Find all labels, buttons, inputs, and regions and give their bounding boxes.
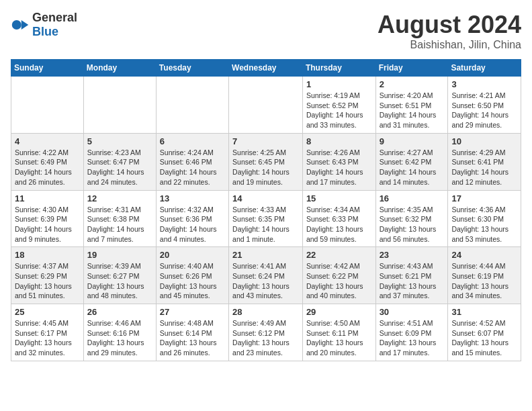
- day-of-week-header: Wednesday: [229, 60, 303, 77]
- calendar-header-row: SundayMondayTuesdayWednesdayThursdayFrid…: [11, 60, 521, 77]
- calendar-week-row: 1Sunrise: 4:19 AMSunset: 6:52 PMDaylight…: [11, 77, 521, 134]
- day-number: 18: [15, 250, 80, 260]
- day-number: 15: [306, 193, 372, 203]
- day-number: 21: [232, 250, 299, 260]
- day-info: Sunrise: 4:29 AMSunset: 6:41 PMDaylight:…: [451, 148, 517, 187]
- day-number: 17: [451, 193, 517, 203]
- day-number: 13: [160, 193, 225, 203]
- day-number: 27: [160, 307, 225, 317]
- calendar-day-cell: 2Sunrise: 4:20 AMSunset: 6:51 PMDaylight…: [375, 77, 448, 134]
- calendar-day-cell: 26Sunrise: 4:46 AMSunset: 6:16 PMDayligh…: [83, 304, 156, 361]
- day-info: Sunrise: 4:50 AMSunset: 6:11 PMDaylight:…: [306, 318, 372, 358]
- day-number: 20: [160, 250, 225, 260]
- day-info: Sunrise: 4:34 AMSunset: 6:33 PMDaylight:…: [306, 205, 372, 244]
- day-info: Sunrise: 4:21 AMSunset: 6:50 PMDaylight:…: [451, 91, 517, 130]
- day-number: 8: [306, 136, 372, 146]
- logo-general-text: General: [32, 11, 77, 24]
- day-info: Sunrise: 4:35 AMSunset: 6:32 PMDaylight:…: [380, 205, 445, 244]
- svg-marker-1: [21, 20, 29, 30]
- svg-point-0: [12, 20, 21, 30]
- calendar-day-cell: 6Sunrise: 4:24 AMSunset: 6:46 PMDaylight…: [156, 133, 228, 190]
- calendar-day-cell: 17Sunrise: 4:36 AMSunset: 6:30 PMDayligh…: [448, 190, 521, 247]
- day-info: Sunrise: 4:42 AMSunset: 6:22 PMDaylight:…: [306, 261, 372, 301]
- calendar-day-cell: 15Sunrise: 4:34 AMSunset: 6:33 PMDayligh…: [302, 190, 375, 247]
- calendar-day-cell: 10Sunrise: 4:29 AMSunset: 6:41 PMDayligh…: [448, 133, 521, 190]
- calendar-day-cell: 18Sunrise: 4:37 AMSunset: 6:29 PMDayligh…: [11, 247, 84, 304]
- day-number: 19: [87, 250, 152, 260]
- day-info: Sunrise: 4:39 AMSunset: 6:27 PMDaylight:…: [87, 261, 152, 301]
- day-info: Sunrise: 4:20 AMSunset: 6:51 PMDaylight:…: [380, 91, 445, 130]
- calendar-week-row: 25Sunrise: 4:45 AMSunset: 6:17 PMDayligh…: [11, 304, 521, 361]
- day-number: 7: [232, 136, 299, 146]
- calendar-week-row: 18Sunrise: 4:37 AMSunset: 6:29 PMDayligh…: [11, 247, 521, 304]
- day-info: Sunrise: 4:33 AMSunset: 6:35 PMDaylight:…: [232, 205, 299, 244]
- calendar-day-cell: 23Sunrise: 4:43 AMSunset: 6:21 PMDayligh…: [375, 247, 448, 304]
- calendar-table: SundayMondayTuesdayWednesdayThursdayFrid…: [11, 59, 521, 361]
- calendar-day-cell: 13Sunrise: 4:32 AMSunset: 6:36 PMDayligh…: [156, 190, 228, 247]
- day-info: Sunrise: 4:40 AMSunset: 6:26 PMDaylight:…: [160, 261, 225, 301]
- day-number: 2: [380, 79, 445, 89]
- day-number: 22: [306, 250, 372, 260]
- calendar-day-cell: 29Sunrise: 4:50 AMSunset: 6:11 PMDayligh…: [302, 304, 375, 361]
- day-number: 25: [15, 307, 80, 317]
- calendar-day-cell: 5Sunrise: 4:23 AMSunset: 6:47 PMDaylight…: [83, 133, 156, 190]
- logo: General Blue: [11, 11, 77, 39]
- calendar-day-cell: 7Sunrise: 4:25 AMSunset: 6:45 PMDaylight…: [229, 133, 303, 190]
- calendar-day-cell: 19Sunrise: 4:39 AMSunset: 6:27 PMDayligh…: [83, 247, 156, 304]
- day-of-week-header: Thursday: [302, 60, 375, 77]
- day-number: 9: [380, 136, 445, 146]
- page-header: General Blue August 2024 Baishishan, Jil…: [11, 11, 521, 51]
- day-info: Sunrise: 4:22 AMSunset: 6:49 PMDaylight:…: [15, 148, 80, 187]
- day-number: 12: [87, 193, 152, 203]
- day-info: Sunrise: 4:45 AMSunset: 6:17 PMDaylight:…: [15, 318, 80, 358]
- calendar-day-cell: 9Sunrise: 4:27 AMSunset: 6:42 PMDaylight…: [375, 133, 448, 190]
- calendar-week-row: 4Sunrise: 4:22 AMSunset: 6:49 PMDaylight…: [11, 133, 521, 190]
- day-number: 24: [451, 250, 517, 260]
- day-info: Sunrise: 4:24 AMSunset: 6:46 PMDaylight:…: [160, 148, 225, 187]
- day-info: Sunrise: 4:30 AMSunset: 6:39 PMDaylight:…: [15, 205, 80, 244]
- day-number: 30: [380, 307, 445, 317]
- logo-blue-text: Blue: [32, 25, 58, 38]
- calendar-day-cell: 4Sunrise: 4:22 AMSunset: 6:49 PMDaylight…: [11, 133, 84, 190]
- day-number: 5: [87, 136, 152, 146]
- calendar-day-cell: 11Sunrise: 4:30 AMSunset: 6:39 PMDayligh…: [11, 190, 84, 247]
- day-number: 26: [87, 307, 152, 317]
- title-block: August 2024 Baishishan, Jilin, China: [378, 11, 521, 51]
- calendar-day-cell: 24Sunrise: 4:44 AMSunset: 6:19 PMDayligh…: [448, 247, 521, 304]
- day-number: 16: [380, 193, 445, 203]
- day-of-week-header: Monday: [83, 60, 156, 77]
- calendar-day-cell: 27Sunrise: 4:48 AMSunset: 6:14 PMDayligh…: [156, 304, 228, 361]
- calendar-day-cell: 14Sunrise: 4:33 AMSunset: 6:35 PMDayligh…: [229, 190, 303, 247]
- day-info: Sunrise: 4:46 AMSunset: 6:16 PMDaylight:…: [87, 318, 152, 358]
- day-of-week-header: Friday: [375, 60, 448, 77]
- day-info: Sunrise: 4:32 AMSunset: 6:36 PMDaylight:…: [160, 205, 225, 244]
- calendar-day-cell: 30Sunrise: 4:51 AMSunset: 6:09 PMDayligh…: [375, 304, 448, 361]
- calendar-day-cell: 28Sunrise: 4:49 AMSunset: 6:12 PMDayligh…: [229, 304, 303, 361]
- day-of-week-header: Saturday: [448, 60, 521, 77]
- day-number: 10: [451, 136, 517, 146]
- day-number: 23: [380, 250, 445, 260]
- day-number: 3: [451, 79, 517, 89]
- day-number: 29: [306, 307, 372, 317]
- day-number: 4: [15, 136, 80, 146]
- day-info: Sunrise: 4:37 AMSunset: 6:29 PMDaylight:…: [15, 261, 80, 301]
- day-info: Sunrise: 4:31 AMSunset: 6:38 PMDaylight:…: [87, 205, 152, 244]
- day-number: 31: [451, 307, 517, 317]
- calendar-day-cell: 1Sunrise: 4:19 AMSunset: 6:52 PMDaylight…: [302, 77, 375, 134]
- day-info: Sunrise: 4:52 AMSunset: 6:07 PMDaylight:…: [451, 318, 517, 358]
- day-number: 1: [306, 79, 372, 89]
- day-info: Sunrise: 4:44 AMSunset: 6:19 PMDaylight:…: [451, 261, 517, 301]
- day-info: Sunrise: 4:48 AMSunset: 6:14 PMDaylight:…: [160, 318, 225, 358]
- calendar-day-cell: 21Sunrise: 4:41 AMSunset: 6:24 PMDayligh…: [229, 247, 303, 304]
- day-number: 11: [15, 193, 80, 203]
- logo-icon: [11, 15, 30, 34]
- day-info: Sunrise: 4:51 AMSunset: 6:09 PMDaylight:…: [380, 318, 445, 358]
- calendar-day-cell: [11, 77, 84, 134]
- day-of-week-header: Sunday: [11, 60, 84, 77]
- day-info: Sunrise: 4:26 AMSunset: 6:43 PMDaylight:…: [306, 148, 372, 187]
- calendar-day-cell: 12Sunrise: 4:31 AMSunset: 6:38 PMDayligh…: [83, 190, 156, 247]
- calendar-day-cell: 25Sunrise: 4:45 AMSunset: 6:17 PMDayligh…: [11, 304, 84, 361]
- day-info: Sunrise: 4:25 AMSunset: 6:45 PMDaylight:…: [232, 148, 299, 187]
- day-info: Sunrise: 4:43 AMSunset: 6:21 PMDaylight:…: [380, 261, 445, 301]
- calendar-title: August 2024: [378, 11, 521, 39]
